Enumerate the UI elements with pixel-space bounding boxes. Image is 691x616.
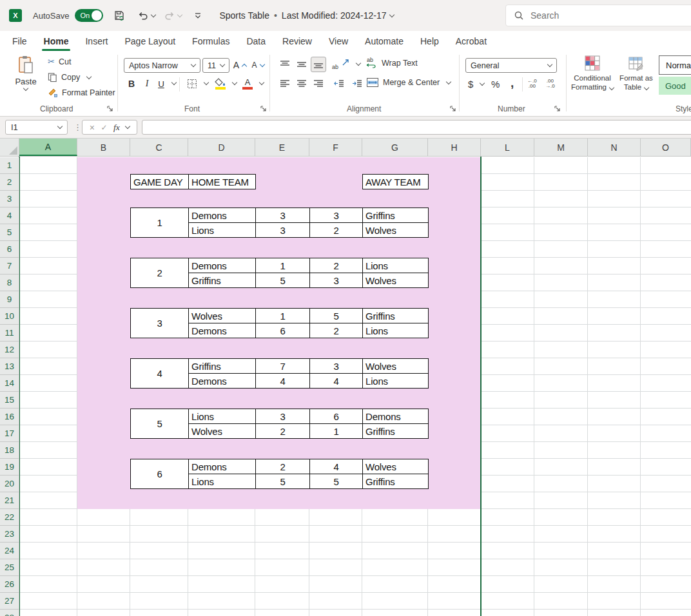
- row-header-21[interactable]: 21: [0, 492, 19, 509]
- font-family-select[interactable]: Aptos Narrow: [124, 58, 200, 73]
- orientation-button[interactable]: ab: [331, 57, 351, 72]
- away-score-cell[interactable]: 3: [310, 359, 363, 374]
- row-header-27[interactable]: 27: [0, 593, 19, 610]
- increase-font-size-button[interactable]: A: [232, 57, 248, 73]
- game-day-cell[interactable]: 4: [131, 359, 189, 389]
- away-team-cell[interactable]: Lions: [363, 258, 429, 273]
- column-header-l[interactable]: L: [481, 139, 534, 156]
- name-box-chevron-icon[interactable]: [57, 124, 63, 129]
- home-score-cell[interactable]: 3: [256, 208, 310, 223]
- cut-button[interactable]: ✂ Cut: [48, 57, 71, 66]
- away-team-cell[interactable]: Wolves: [363, 359, 429, 374]
- row-header-8[interactable]: 8: [0, 274, 19, 291]
- accounting-chevron-icon[interactable]: [480, 81, 485, 86]
- tab-data[interactable]: Data: [238, 31, 274, 52]
- number-format-chevron-icon[interactable]: [547, 62, 552, 67]
- formula-input-box[interactable]: [142, 120, 691, 135]
- home-team-cell[interactable]: Lions: [189, 474, 256, 489]
- home-team-cell[interactable]: Wolves: [189, 309, 256, 323]
- game-day-header-cell[interactable]: GAME DAY: [131, 175, 189, 189]
- home-team-cell[interactable]: Lions: [189, 409, 256, 424]
- align-middle-button[interactable]: [294, 57, 309, 72]
- away-team-cell[interactable]: Griffins: [363, 474, 429, 489]
- away-score-cell[interactable]: 4: [310, 459, 363, 474]
- copy-button[interactable]: Copy: [48, 72, 91, 82]
- home-score-cell[interactable]: 6: [256, 323, 310, 338]
- format-painter-button[interactable]: Format Painter: [48, 88, 115, 98]
- borders-chevron-icon[interactable]: [204, 80, 209, 85]
- away-score-cell[interactable]: 4: [310, 374, 363, 389]
- tab-insert[interactable]: Insert: [77, 31, 116, 52]
- away-score-cell[interactable]: 5: [310, 309, 363, 323]
- column-header-d[interactable]: D: [188, 139, 255, 156]
- home-team-cell[interactable]: Demons: [189, 258, 256, 273]
- search-input[interactable]: [530, 10, 659, 21]
- row-header-24[interactable]: 24: [0, 543, 19, 559]
- row-header-14[interactable]: 14: [0, 375, 19, 392]
- accounting-format-button[interactable]: $: [468, 79, 484, 90]
- column-header-h[interactable]: H: [428, 139, 481, 156]
- name-box[interactable]: [5, 120, 68, 135]
- percent-style-button[interactable]: %: [491, 79, 500, 90]
- save-icon[interactable]: [113, 10, 125, 21]
- home-team-cell[interactable]: Demons: [189, 374, 256, 389]
- away-score-cell[interactable]: 3: [310, 273, 363, 288]
- align-center-button[interactable]: [294, 76, 309, 91]
- game-day-cell[interactable]: 5: [131, 409, 189, 439]
- copy-chevron-icon[interactable]: [86, 73, 92, 79]
- name-box-input[interactable]: [6, 122, 44, 132]
- number-format-select[interactable]: General: [465, 58, 557, 73]
- column-header-e[interactable]: E: [255, 139, 309, 156]
- home-score-cell[interactable]: 7: [256, 359, 310, 374]
- away-score-cell[interactable]: 6: [310, 409, 363, 424]
- decrease-decimal-button[interactable]: .00 →.0: [545, 79, 555, 89]
- column-header-c[interactable]: C: [130, 139, 188, 156]
- away-team-header-cell[interactable]: AWAY TEAM: [363, 175, 429, 189]
- home-score-cell[interactable]: 5: [256, 273, 310, 288]
- autosave-toggle[interactable]: On: [75, 9, 103, 22]
- away-team-cell[interactable]: Wolves: [363, 459, 429, 474]
- decrease-font-size-button[interactable]: A: [250, 57, 266, 73]
- away-score-cell[interactable]: 2: [310, 323, 363, 338]
- undo-chevron-icon[interactable]: [151, 12, 156, 17]
- home-score-cell[interactable]: 1: [256, 258, 310, 273]
- away-score-cell[interactable]: 1: [310, 424, 363, 439]
- alignment-dialog-launcher-icon[interactable]: [450, 106, 456, 112]
- column-header-a[interactable]: A: [19, 139, 77, 156]
- decrease-indent-button[interactable]: [331, 76, 347, 91]
- tab-page-layout[interactable]: Page Layout: [116, 31, 184, 52]
- column-header-m[interactable]: M: [534, 139, 588, 156]
- align-top-button[interactable]: [277, 57, 293, 72]
- row-header-19[interactable]: 19: [0, 459, 19, 476]
- away-score-cell[interactable]: 2: [310, 258, 363, 273]
- away-score-cell[interactable]: 3: [310, 208, 363, 223]
- away-team-cell[interactable]: Griffins: [363, 309, 429, 323]
- home-team-cell[interactable]: Demons: [189, 208, 256, 223]
- row-header-2[interactable]: 2: [0, 174, 19, 191]
- away-score-cell[interactable]: 2: [310, 223, 363, 238]
- tab-home[interactable]: Home: [35, 31, 77, 52]
- home-score-cell[interactable]: 1: [256, 309, 310, 323]
- column-header-b[interactable]: B: [77, 139, 130, 156]
- font-color-button[interactable]: A: [240, 76, 255, 91]
- row-header-7[interactable]: 7: [0, 258, 19, 274]
- tab-automate[interactable]: Automate: [356, 31, 412, 52]
- home-team-cell[interactable]: Griffins: [189, 273, 256, 288]
- merge-center-chevron-icon[interactable]: [446, 79, 451, 84]
- row-header-11[interactable]: 11: [0, 325, 19, 342]
- row-header-3[interactable]: 3: [0, 191, 19, 207]
- merge-center-button[interactable]: Merge & Center: [366, 77, 451, 88]
- font-size-select[interactable]: 11: [202, 58, 229, 73]
- formula-bar-dots-icon[interactable]: ⋮: [73, 122, 82, 132]
- home-score-cell[interactable]: 3: [256, 223, 310, 238]
- fill-color-chevron-icon[interactable]: [232, 80, 237, 85]
- away-team-cell[interactable]: Griffins: [363, 208, 429, 223]
- borders-button[interactable]: [184, 76, 200, 91]
- row-header-13[interactable]: 13: [0, 358, 19, 375]
- home-score-cell[interactable]: 2: [256, 459, 310, 474]
- column-header-f[interactable]: F: [309, 139, 362, 156]
- home-team-cell[interactable]: Wolves: [189, 424, 256, 439]
- home-team-cell[interactable]: Griffins: [189, 359, 256, 374]
- font-size-chevron-icon[interactable]: [220, 62, 225, 67]
- home-score-cell[interactable]: 3: [256, 409, 310, 424]
